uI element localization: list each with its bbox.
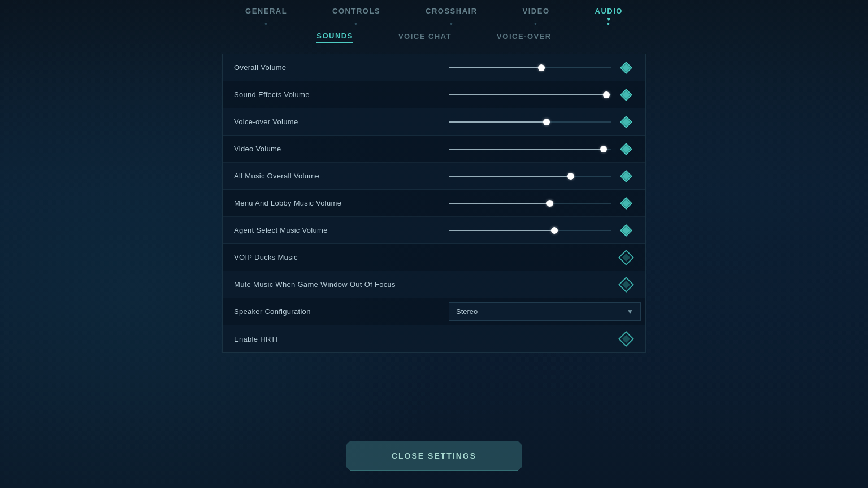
setting-control-overall_volume [449, 60, 634, 76]
top-nav-inner: GENERALCONTROLSCROSSHAIRVIDEOAUDIO [0, 0, 868, 21]
slider-thumb-agent_select_music_volume[interactable] [551, 227, 558, 234]
setting-label-overall_volume: Overall Volume [234, 63, 449, 72]
setting-label-mute_music_window: Mute Music When Game Window Out Of Focus [234, 280, 449, 289]
slider-voiceover_volume[interactable] [449, 116, 611, 128]
slider-fill-voiceover_volume [449, 121, 546, 123]
slider-track-video_volume [449, 149, 611, 150]
nav-tab-audio[interactable]: AUDIO [572, 0, 645, 21]
setting-control-voip_ducks_music [449, 250, 634, 265]
slider-track-voiceover_volume [449, 121, 611, 123]
setting-label-voiceover_volume: Voice-over Volume [234, 117, 449, 126]
slider-track-sound_effects_volume [449, 94, 611, 95]
slider-thumb-video_volume[interactable] [600, 146, 607, 152]
setting-control-all_music_overall_volume [449, 168, 634, 184]
slider-track-overall_volume [449, 67, 611, 68]
setting-label-enable_hrtf: Enable HRTF [234, 335, 449, 343]
slider-overall_volume[interactable] [449, 62, 611, 73]
slider-fill-overall_volume [449, 67, 541, 68]
reset-icon-all_music_overall_volume[interactable] [618, 168, 634, 184]
sub-tab-sounds[interactable]: SOUNDS [316, 32, 353, 43]
nav-tab-crosshair[interactable]: CROSSHAIR [403, 0, 500, 21]
setting-control-voiceover_volume [449, 114, 634, 130]
nav-tab-general[interactable]: GENERAL [223, 0, 310, 21]
settings-panel: Overall Volume Sound Effects Volume Voic… [222, 54, 646, 353]
slider-track-agent_select_music_volume [449, 230, 611, 231]
setting-row-agent_select_music_volume: Agent Select Music Volume [223, 217, 645, 244]
setting-row-speaker_config: Speaker ConfigurationStereo▼ [223, 298, 645, 325]
reset-icon-agent_select_music_volume[interactable] [618, 223, 634, 238]
setting-label-menu_lobby_music_volume: Menu And Lobby Music Volume [234, 199, 449, 207]
slider-sound_effects_volume[interactable] [449, 89, 611, 101]
dropdown-speaker_config[interactable]: Stereo▼ [449, 302, 641, 321]
setting-row-voiceover_volume: Voice-over Volume [223, 108, 645, 136]
setting-label-voip_ducks_music: VOIP Ducks Music [234, 253, 449, 262]
slider-agent_select_music_volume[interactable] [449, 225, 611, 236]
slider-fill-agent_select_music_volume [449, 230, 554, 231]
slider-track-menu_lobby_music_volume [449, 203, 611, 204]
setting-label-agent_select_music_volume: Agent Select Music Volume [234, 226, 449, 234]
setting-label-video_volume: Video Volume [234, 145, 449, 153]
slider-all_music_overall_volume[interactable] [449, 171, 611, 182]
setting-row-all_music_overall_volume: All Music Overall Volume [223, 163, 645, 190]
reset-icon-sound_effects_volume[interactable] [618, 87, 634, 103]
setting-row-enable_hrtf: Enable HRTF [223, 325, 645, 352]
setting-control-video_volume [449, 141, 634, 157]
reset-icon-video_volume[interactable] [618, 141, 634, 157]
setting-label-speaker_config: Speaker Configuration [234, 307, 449, 316]
sub-tab-voice_chat[interactable]: VOICE CHAT [398, 32, 452, 43]
setting-control-mute_music_window [449, 277, 634, 293]
reset-icon-overall_volume[interactable] [618, 60, 634, 76]
setting-control-speaker_config: Stereo▼ [449, 302, 641, 321]
sub-tab-voice_over[interactable]: VOICE-OVER [497, 32, 552, 43]
setting-label-sound_effects_volume: Sound Effects Volume [234, 90, 449, 99]
reset-icon-menu_lobby_music_volume[interactable] [618, 195, 634, 211]
setting-control-agent_select_music_volume [449, 223, 634, 238]
slider-fill-menu_lobby_music_volume [449, 203, 550, 204]
slider-thumb-all_music_overall_volume[interactable] [567, 173, 574, 180]
top-nav: GENERALCONTROLSCROSSHAIRVIDEOAUDIO [0, 0, 868, 21]
settings-container: GENERALCONTROLSCROSSHAIRVIDEOAUDIO SOUND… [0, 0, 868, 488]
nav-tab-video[interactable]: VIDEO [500, 0, 572, 21]
setting-control-sound_effects_volume [449, 87, 634, 103]
setting-row-video_volume: Video Volume [223, 136, 645, 163]
sub-nav: SOUNDSVOICE CHATVOICE-OVER [0, 21, 868, 51]
slider-thumb-menu_lobby_music_volume[interactable] [546, 200, 553, 207]
setting-control-menu_lobby_music_volume [449, 195, 634, 211]
slider-fill-video_volume [449, 149, 604, 150]
slider-fill-sound_effects_volume [449, 94, 606, 95]
slider-video_volume[interactable] [449, 143, 611, 155]
toggle-mute_music_window[interactable] [618, 277, 634, 293]
setting-row-menu_lobby_music_volume: Menu And Lobby Music Volume [223, 190, 645, 217]
close-settings-button[interactable]: CLOSE SETTINGS [346, 441, 522, 471]
reset-icon-voiceover_volume[interactable] [618, 114, 634, 130]
setting-row-mute_music_window: Mute Music When Game Window Out Of Focus [223, 271, 645, 298]
setting-row-overall_volume: Overall Volume [223, 54, 645, 81]
setting-control-enable_hrtf [449, 331, 634, 347]
dropdown-arrow-speaker_config: ▼ [627, 308, 633, 316]
setting-label-all_music_overall_volume: All Music Overall Volume [234, 172, 449, 180]
slider-fill-all_music_overall_volume [449, 176, 571, 177]
close-btn-container: CLOSE SETTINGS [346, 441, 522, 471]
slider-menu_lobby_music_volume[interactable] [449, 198, 611, 209]
slider-thumb-overall_volume[interactable] [538, 64, 545, 71]
setting-row-sound_effects_volume: Sound Effects Volume [223, 81, 645, 108]
setting-row-voip_ducks_music: VOIP Ducks Music [223, 244, 645, 271]
slider-thumb-voiceover_volume[interactable] [543, 119, 550, 125]
toggle-voip_ducks_music[interactable] [618, 250, 634, 265]
dropdown-value-speaker_config: Stereo [456, 307, 478, 316]
slider-track-all_music_overall_volume [449, 176, 611, 177]
toggle-enable_hrtf[interactable] [618, 331, 634, 347]
slider-thumb-sound_effects_volume[interactable] [603, 91, 610, 98]
nav-tab-controls[interactable]: CONTROLS [310, 0, 403, 21]
